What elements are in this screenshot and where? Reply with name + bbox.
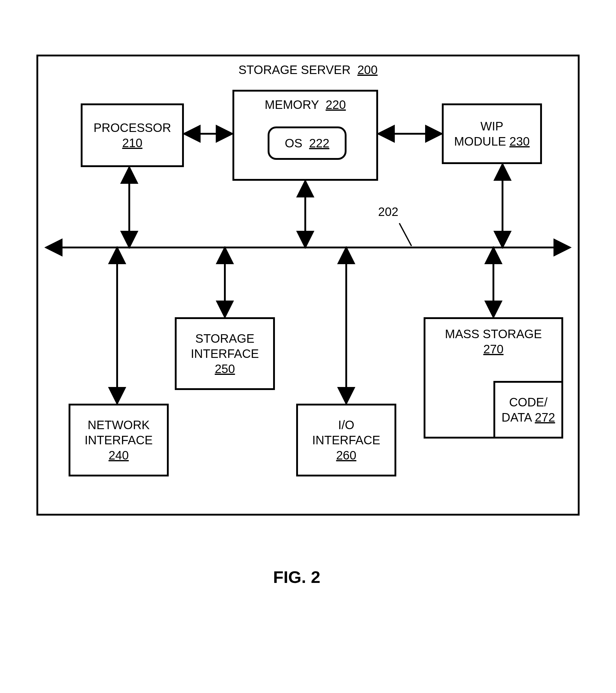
container-ref: 200 xyxy=(358,63,378,76)
os-name: OS xyxy=(285,137,303,150)
storage-server-container: STORAGE SERVER 200 PROCESSOR 210 MEMORY … xyxy=(36,55,580,516)
cd-line1: CODE/ xyxy=(509,395,548,410)
stif-line1: STORAGE xyxy=(195,331,255,346)
processor-name: PROCESSOR xyxy=(94,120,171,135)
storage-interface-block: STORAGE INTERFACE 250 xyxy=(175,317,275,390)
ms-ref: 270 xyxy=(483,341,504,357)
ms-line1: MASS STORAGE xyxy=(445,326,542,341)
mass-storage-block: MASS STORAGE 270 CODE/ DATA 272 xyxy=(424,317,563,438)
netif-line2: INTERFACE xyxy=(85,433,153,448)
network-interface-block: NETWORK INTERFACE 240 xyxy=(69,404,169,476)
memory-title-row: MEMORY 220 xyxy=(265,97,346,112)
stif-ref: 250 xyxy=(215,361,235,376)
bus-ref-label: 202 xyxy=(378,205,399,219)
processor-block: PROCESSOR 210 xyxy=(81,103,184,167)
container-title: STORAGE SERVER 200 xyxy=(38,63,578,77)
diagram-page: STORAGE SERVER 200 PROCESSOR 210 MEMORY … xyxy=(0,0,616,693)
io-interface-block: I/O INTERFACE 260 xyxy=(296,404,396,476)
wip-line2: MODULE 230 xyxy=(454,134,530,149)
memory-block: MEMORY 220 OS 222 xyxy=(232,90,378,181)
code-data-block: CODE/ DATA 272 xyxy=(494,381,563,438)
os-block: OS 222 xyxy=(268,126,347,160)
ioif-line1: I/O xyxy=(338,417,354,433)
os-row: OS 222 xyxy=(285,136,330,151)
figure-label: FIG. 2 xyxy=(273,567,321,587)
wip-line1: WIP xyxy=(480,119,503,134)
container-name: STORAGE SERVER xyxy=(238,63,351,76)
netif-line1: NETWORK xyxy=(88,417,150,433)
cd-line2: DATA 272 xyxy=(502,410,555,425)
stif-line2: INTERFACE xyxy=(191,346,259,361)
netif-ref: 240 xyxy=(109,448,129,463)
ioif-ref: 260 xyxy=(336,448,357,463)
wip-module-block: WIP MODULE 230 xyxy=(442,103,542,164)
os-ref: 222 xyxy=(309,137,330,150)
ioif-line2: INTERFACE xyxy=(312,433,380,448)
memory-name: MEMORY xyxy=(265,98,319,111)
processor-ref: 210 xyxy=(122,135,142,151)
bus-label-pointer xyxy=(399,223,411,246)
memory-ref: 220 xyxy=(326,98,346,111)
